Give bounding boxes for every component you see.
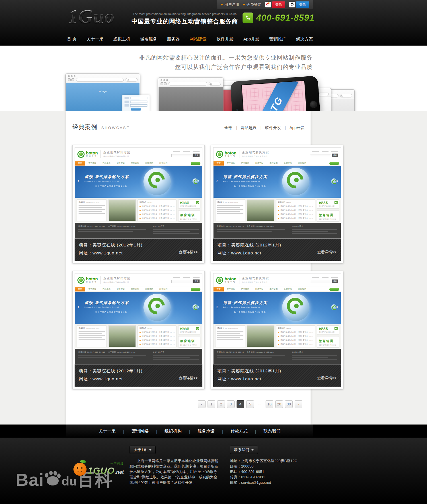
- footer-nav-item[interactable]: 营销网络: [116, 428, 149, 434]
- minisite-nav-button: [329, 162, 339, 165]
- footer-nav-item[interactable]: 组织机构: [149, 428, 182, 434]
- chevron-down-icon: [251, 449, 254, 451]
- view-detail-link[interactable]: 查看详情>>: [179, 376, 198, 381]
- project-thumbnail[interactable]: boton 博顿空气 企业烟气解决方案 佛山市博顿空气科技有限公司 搜索: [75, 147, 202, 238]
- minisite-nav-item: 产品展示: [99, 287, 114, 291]
- view-detail-link[interactable]: 查看详情>>: [179, 250, 198, 255]
- nav-item[interactable]: 解决方案: [296, 36, 313, 42]
- text-placeholder-bars: [153, 229, 199, 234]
- check-badge-icon: [334, 201, 338, 204]
- view-detail-link[interactable]: 查看详情>>: [317, 250, 336, 255]
- minisite-slogan: 企业烟气解决方案: [242, 150, 269, 154]
- boton-logo-text: boton: [225, 151, 237, 155]
- minisite-solution-box: 解决方案 提供废气不达标解决方案: [317, 325, 339, 334]
- topbar: 用户注册 会员登陆 登录 登录: [217, 0, 313, 9]
- minisite-header: boton 博顿空气 企业烟气解决方案 佛山市博顿空气科技有限公司 搜索: [214, 274, 341, 287]
- project-card: boton 博顿空气 企业烟气解决方案 佛山市博顿空气科技有限公司 搜索: [72, 145, 205, 263]
- minisite-nav: 首页关于博顿产品展示解决方案工程案例新闻资讯联系我们: [75, 287, 202, 292]
- about-dropdown-button[interactable]: 关于1果: [130, 446, 156, 454]
- iphone-home-button: [310, 101, 317, 108]
- pagination-page-button[interactable]: 1: [208, 400, 215, 408]
- minisite-banner: 博顿·废气排放解决方案 Exhaust Emissions Resolution…: [214, 292, 341, 324]
- member-login-link[interactable]: 会员登陆: [243, 2, 261, 7]
- banner-prev-arrow-icon: ‹: [77, 178, 79, 184]
- minisite-training-box: 教育培训 EDUCATION TRAIN: [178, 336, 200, 348]
- about-text: 上海一果网络是一家立足于本地化企业级网络营销顾问式服务的科技类企业。我们长期专注…: [130, 458, 221, 485]
- project-card: boton 博顿空气 企业烟气解决方案 佛山市博顿空气科技有限公司 搜索: [72, 271, 205, 389]
- pagination-page-button[interactable]: 10: [266, 400, 273, 408]
- footer-nav-item[interactable]: 付款方式: [215, 428, 248, 434]
- qq-icon: [289, 2, 295, 7]
- pagination-prev-button[interactable]: ‹: [198, 400, 206, 408]
- weibo-icon: [265, 2, 271, 7]
- site-logo[interactable]: 1Guo: [68, 5, 115, 28]
- nav-item[interactable]: 域名服务: [140, 36, 157, 42]
- minisite-nav-item: 联系我们: [156, 287, 171, 291]
- search-field: [340, 94, 352, 97]
- nav-item[interactable]: 网站建设: [190, 36, 207, 42]
- boton-logo-sub: 博顿空气: [86, 155, 98, 158]
- register-link[interactable]: 用户注册: [221, 2, 239, 7]
- pagination-page-button[interactable]: 3: [227, 400, 235, 408]
- footer-nav-item[interactable]: 服务承诺: [182, 428, 215, 434]
- showcase-filter[interactable]: App开发: [281, 125, 305, 130]
- minisite-slogan: 企业烟气解决方案: [242, 276, 269, 280]
- contact-line: 电话：400-891-6951: [230, 469, 324, 474]
- nav-item[interactable]: 营销推广: [269, 36, 286, 42]
- check-badge-icon: [196, 327, 199, 330]
- weibo-login-button[interactable]: 登录: [272, 1, 285, 8]
- minisite-nav-item: 解决方案: [252, 287, 266, 291]
- qq-login-button[interactable]: 登录: [296, 1, 309, 8]
- nav-item[interactable]: App开发: [243, 36, 260, 42]
- nav-item[interactable]: 关于一果: [87, 36, 104, 42]
- showcase-filter[interactable]: 网站建设: [232, 125, 257, 130]
- minisite-training-box: 教育培训 EDUCATION TRAIN: [317, 210, 339, 222]
- browser-chrome: [158, 78, 223, 86]
- minisite-intro-box: 博顿简介INTRODUCTION: [215, 199, 245, 221]
- pagination-page-button[interactable]: 20: [275, 400, 283, 408]
- showcase-filter[interactable]: 全部: [224, 125, 232, 130]
- pagination-page-button[interactable]: 2: [217, 400, 225, 408]
- banner-note: 致力于国内外高端废气净化设备: [234, 185, 268, 188]
- nav-item[interactable]: 虚拟主机: [113, 36, 130, 42]
- showcase-title: 经典案例: [72, 123, 97, 131]
- view-detail-link[interactable]: 查看详情>>: [317, 376, 336, 381]
- fruit-smiley-icon: [73, 463, 87, 476]
- nav-item[interactable]: 首 页: [67, 36, 77, 42]
- banner-title: 博顿·废气排放解决方案: [85, 174, 129, 179]
- contact-dropdown-button[interactable]: 联系我们: [230, 446, 258, 454]
- pagination-next-button[interactable]: ›: [295, 400, 302, 408]
- minisite-news-row: 博顿气体成为国内第一个工业废气净06.25: [278, 209, 313, 212]
- mini-login-panel: eCargo: [56, 90, 150, 111]
- text-placeholder-bars: [78, 229, 146, 232]
- footer-nav-item[interactable]: 关于一果: [98, 428, 116, 434]
- minisite-news-box: 新闻动态NEWS 博顿气体成为国内第一个工业废气净06.25博顿气体成为国内第一…: [276, 325, 315, 347]
- text-placeholder-bars: [292, 355, 337, 360]
- pagination-page-button[interactable]: 5: [246, 400, 254, 408]
- minisite-toplinks: [310, 151, 338, 152]
- footer-nav-item[interactable]: 联系我们: [248, 428, 281, 434]
- project-thumbnail[interactable]: boton 博顿空气 企业烟气解决方案 佛山市博顿空气科技有限公司 搜索: [213, 273, 341, 364]
- hotline: 400-691-8591: [243, 13, 315, 23]
- nav-item[interactable]: 软件开发: [216, 36, 233, 42]
- browser-chrome: [66, 74, 140, 82]
- pagination-page-button[interactable]: 4: [237, 400, 244, 408]
- minisite-search: 搜索: [171, 279, 200, 283]
- main-nav: 首 页 关于一果 虚拟主机 域名服务 服务器 网站建设 软件开发 App开发 营…: [67, 32, 313, 46]
- check-badge-icon: [196, 201, 199, 204]
- minisite-nav-item: 工程案例: [266, 161, 281, 166]
- project-thumbnail[interactable]: boton 博顿空气 企业烟气解决方案 佛山市博顿空气科技有限公司 搜索: [75, 273, 202, 364]
- text-placeholder-bars: [79, 331, 105, 340]
- pagination-page-button[interactable]: 30: [285, 400, 293, 408]
- showcase-filter[interactable]: 软件开发: [257, 125, 281, 130]
- footer-logo-suffix: .net: [115, 469, 124, 475]
- project-thumbnail[interactable]: boton 博顿空气 企业烟气解决方案 佛山市博顿空气科技有限公司 搜索: [213, 147, 341, 238]
- minisite-news-box: 新闻动态NEWS 博顿气体成为国内第一个工业废气净06.25博顿气体成为国内第一…: [137, 325, 176, 347]
- minisite-nav-item: 工程案例: [128, 161, 142, 166]
- minisite-nav: 首页关于博顿产品展示解决方案工程案例新闻资讯联系我们: [214, 161, 341, 166]
- minisite-photo: [108, 199, 136, 221]
- contact-line: 邮编：200050: [230, 464, 324, 469]
- minisite-nav-item: 联系我们: [295, 161, 309, 166]
- minisite-nav-button: [329, 288, 339, 291]
- nav-item[interactable]: 服务器: [167, 36, 180, 42]
